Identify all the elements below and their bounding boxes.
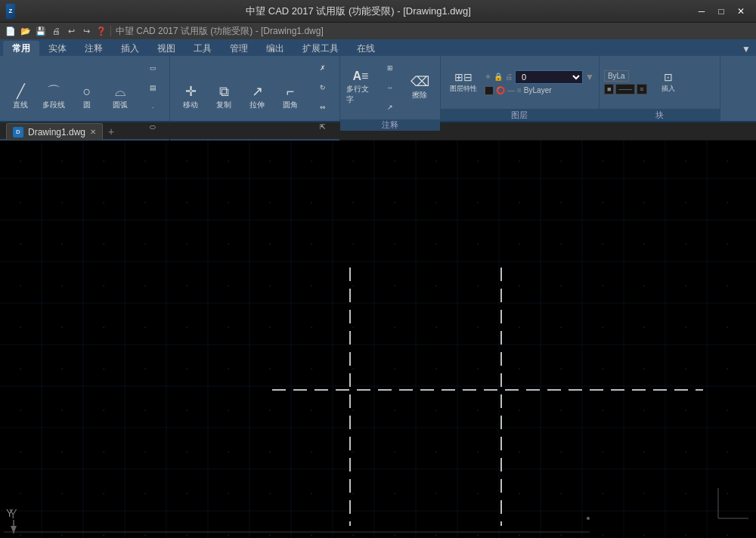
tab-zhushi[interactable]: 注释 [76, 41, 112, 56]
table-icon: ⊞ [387, 64, 393, 72]
new-tab-button[interactable]: + [103, 123, 119, 140]
arc-icon: ⌓ [115, 85, 125, 98]
polyline-tool[interactable]: ⌒ 多段线 [38, 78, 70, 117]
tab-zaixian[interactable]: 在线 [348, 41, 384, 56]
dim-tool[interactable]: ↔ [378, 79, 402, 97]
ribbon-tab-bar: 常用 实体 注释 插入 视图 工具 管理 编出 扩展工具 在线 ▼ [0, 39, 756, 56]
ribbon-group-annotate: A≡ 多行文字 ⊞ ↔ ↗ ⌫ 擦除 注释 [340, 56, 441, 121]
leader-tool[interactable]: ↗ [378, 98, 402, 116]
ribbon-group-layer: ⊞⊟ 图层特性 ☀ 🔒 🖨 0 ▼ ⭕ [441, 56, 600, 121]
bylayer-input: ByLa [604, 70, 629, 82]
tab-shiti[interactable]: 实体 [39, 41, 76, 56]
layer-select[interactable]: 0 [515, 70, 583, 84]
stretch-tool[interactable]: ↗ 拉伸 [241, 78, 273, 117]
bycolor-swatch[interactable]: ■ [604, 84, 614, 94]
open-file-button[interactable]: 📂 [18, 24, 33, 38]
close-button[interactable]: ✕ [732, 4, 750, 19]
arc-tool[interactable]: ⌓ 圆弧 [104, 78, 136, 117]
mtext-tool[interactable]: A≡ 多行文字 [345, 68, 376, 107]
svg-marker-31 [11, 526, 17, 533]
tab-gongju[interactable]: 工具 [184, 41, 221, 56]
line-tool[interactable]: ╱ 直线 [5, 78, 36, 117]
system-menu-icon[interactable]: Z [6, 5, 18, 17]
doc-tab-label: Drawing1.dwg [28, 127, 85, 138]
tab-close-button[interactable]: ✕ [90, 128, 96, 136]
ellipse-icon: ⬭ [150, 123, 156, 131]
polyline-icon: ⌒ [47, 85, 60, 98]
y-axis-label: Y [6, 507, 13, 519]
app-title-short: 中望 CAD 2017 试用版 (功能受限) - [Drawing1.dwg] [116, 25, 324, 38]
move-tool[interactable]: ✛ 移动 [175, 78, 206, 117]
point-tool[interactable]: · [141, 98, 165, 116]
layer-icon-sun: ☀ [485, 73, 491, 81]
fillet-tool[interactable]: ⌐ 圆角 [274, 78, 306, 117]
layer-manager-label: 图层特性 [450, 84, 477, 94]
window-controls: ─ □ ✕ [692, 4, 750, 19]
print-button[interactable]: 🖨 [48, 24, 64, 38]
color-swatch[interactable] [485, 86, 494, 95]
move-icon: ✛ [185, 85, 197, 98]
erase-text-icon: ⌫ [411, 75, 429, 88]
rect-icon: ▭ [150, 64, 156, 72]
erase-text-label: 擦除 [412, 90, 427, 100]
mtext-label: 多行文字 [346, 84, 375, 105]
minimize-button[interactable]: ─ [692, 4, 711, 19]
document-tab[interactable]: D Drawing1.dwg ✕ [6, 123, 103, 140]
insert-icon: ⊡ [664, 72, 673, 82]
insert-block-button[interactable]: ⊡ 插入 [650, 64, 686, 100]
table-tool[interactable]: ⊞ [378, 59, 402, 77]
lineweight-icon: ≡ [517, 86, 522, 94]
circle-tool[interactable]: ○ 圆 [71, 78, 103, 117]
byline-swatch[interactable]: —— [615, 84, 635, 94]
rotate-tool[interactable]: ↻ [311, 79, 335, 97]
tab-kuozhan[interactable]: 扩展工具 [293, 41, 348, 56]
layer-manager-button[interactable]: ⊞⊟ 图层特性 [445, 64, 482, 100]
copy-tool[interactable]: ⧉ 复制 [208, 78, 240, 117]
ribbon-expand-button[interactable]: ▼ [739, 42, 753, 56]
bylayer-label: ByLayer [524, 86, 552, 94]
scale-tool[interactable]: ⇱ [311, 118, 335, 136]
ribbon-panel: ╱ 直线 ⌒ 多段线 ○ 圆 ⌓ 圆弧 ▭ [0, 56, 756, 122]
point-icon: · [152, 104, 154, 111]
color-icon: ⭕ [496, 86, 505, 94]
new-file-button[interactable]: 📄 [3, 24, 18, 38]
layer-icon-lock: 🔒 [494, 73, 503, 81]
tab-biaochu[interactable]: 编出 [257, 41, 293, 56]
fillet-label: 圆角 [283, 100, 298, 110]
drawing-canvas[interactable]: Y Y [0, 141, 756, 538]
rectangle-tool[interactable]: ▭ [141, 59, 165, 77]
redo-button[interactable]: ↪ [79, 24, 94, 38]
bylineweight-swatch[interactable]: ≡ [637, 84, 646, 94]
tab-shitu[interactable]: 视图 [148, 41, 184, 56]
tab-guanli[interactable]: 管理 [221, 41, 257, 56]
tab-charu[interactable]: 插入 [112, 41, 148, 56]
help-button[interactable]: ❓ [94, 24, 109, 38]
arc-label: 圆弧 [113, 100, 128, 110]
stretch-label: 拉伸 [249, 100, 265, 110]
annotate-group-label: 注释 [340, 119, 440, 131]
maximize-button[interactable]: □ [712, 4, 730, 19]
mtext-icon: A≡ [353, 70, 369, 82]
linetype-icon: ― [507, 86, 515, 94]
copy-icon: ⧉ [219, 85, 229, 98]
save-button[interactable]: 💾 [33, 24, 48, 38]
hatch-tool[interactable]: ▤ [141, 79, 165, 97]
layer-dropdown-icon[interactable]: ▼ [585, 72, 594, 82]
erase-icon: ✗ [320, 64, 326, 72]
tab-changyong[interactable]: 常用 [3, 41, 39, 56]
block-group-label: 块 [600, 109, 720, 121]
hatch-icon: ▤ [150, 84, 156, 91]
ribbon-group-draw: ╱ 直线 ⌒ 多段线 ○ 圆 ⌓ 圆弧 ▭ [0, 56, 170, 121]
drawing-svg: Y [0, 141, 756, 538]
ellipse-tool[interactable]: ⬭ [141, 118, 165, 136]
layer-manager-icon: ⊞⊟ [454, 72, 472, 82]
layer-group-label: 图层 [441, 109, 599, 121]
copy-label: 复制 [216, 100, 231, 110]
title-bar: Z 中望 CAD 2017 试用版 (功能受限) - [Drawing1.dwg… [0, 0, 756, 23]
erase-tool[interactable]: ✗ [311, 59, 335, 77]
ribbon-group-modify: ✛ 移动 ⧉ 复制 ↗ 拉伸 ⌐ 圆角 ✗ [170, 56, 340, 121]
undo-button[interactable]: ↩ [64, 24, 79, 38]
stretch-icon: ↗ [252, 85, 263, 98]
mirror-tool[interactable]: ⇔ [311, 98, 335, 116]
erase-text-tool[interactable]: ⌫ 擦除 [404, 68, 435, 107]
